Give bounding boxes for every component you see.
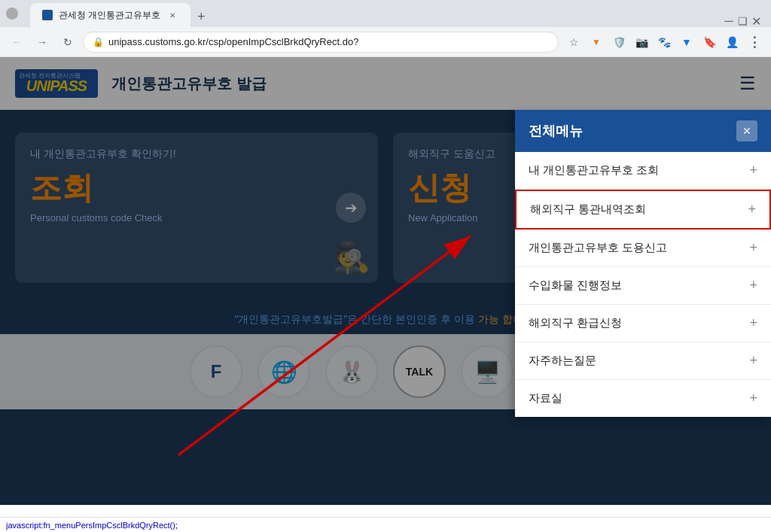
- menu-item-5-label: 자주하는질문: [529, 354, 596, 368]
- menu-item-1-label: 해외직구 통관내역조회: [530, 202, 646, 217]
- menu-item-2-label: 개인통관고유부호 도용신고: [529, 241, 667, 255]
- close-icon: ✕: [742, 125, 751, 137]
- toolbar-icons: ☆ ▼ 🛡️ 📷 🐾 ▼ 🔖 👤 ⋮: [563, 32, 765, 53]
- menu-item-6[interactable]: 자료실 +: [515, 380, 771, 417]
- menu-item-4[interactable]: 해외직구 환급신청 +: [515, 305, 771, 342]
- tab-label: 관세청 개인통관고유부호: [59, 9, 160, 22]
- website-area: 관세청 전자통관시스템 UNIPASS 개인통관고유부호 발급 ☰ 내 개인통관…: [0, 57, 771, 505]
- menu-item-0-plus: +: [749, 163, 757, 178]
- menu-item-5-plus: +: [749, 353, 757, 369]
- status-text: javascript:fn_menuPersImpCsclBrkdQryRect…: [6, 521, 178, 530]
- ext5-button[interactable]: ▼: [676, 32, 697, 53]
- close-button[interactable]: ✕: [750, 15, 762, 27]
- tab-close-button[interactable]: ✕: [166, 9, 178, 21]
- menu-item-6-label: 자료실: [529, 391, 562, 406]
- minimize-button[interactable]: ─: [723, 15, 735, 27]
- browser-title-bar: 관세청 개인통관고유부호 ✕ + ─ ❑ ✕: [0, 0, 771, 27]
- ext7-button[interactable]: 👤: [721, 32, 742, 53]
- ext1-button[interactable]: ▼: [586, 32, 607, 53]
- minimize-icon[interactable]: [6, 8, 18, 20]
- address-bar: ← → ↻ 🔒 unipass.customs.go.kr/csp/openIm…: [0, 27, 771, 57]
- menu-item-4-label: 해외직구 환급신청: [529, 316, 622, 330]
- menu-item-0[interactable]: 내 개인통관고유부호 조회 +: [515, 152, 771, 190]
- menu-item-0-label: 내 개인통관고유부호 조회: [529, 163, 659, 178]
- menu-item-3[interactable]: 수입화물 진행정보 +: [515, 267, 771, 305]
- maximize-button[interactable]: ❑: [736, 15, 748, 27]
- menu-item-6-plus: +: [749, 391, 757, 406]
- tab-favicon: [42, 10, 53, 20]
- menu-item-3-label: 수입화물 진행정보: [529, 278, 622, 293]
- menu-item-3-plus: +: [749, 278, 757, 293]
- url-text: unipass.customs.go.kr/csp/openImpCsclBrk…: [108, 36, 549, 47]
- menu-item-4-plus: +: [749, 315, 757, 331]
- menu-panel: 전체메뉴 ✕ 내 개인통관고유부호 조회 + 해외직구 통관내역조회 + 개인통…: [515, 110, 771, 417]
- url-bar[interactable]: 🔒 unipass.customs.go.kr/csp/openImpCsclB…: [83, 32, 559, 53]
- browser-menu-button[interactable]: ⋮: [744, 32, 765, 53]
- ext3-button[interactable]: 📷: [631, 32, 652, 53]
- ext4-button[interactable]: 🐾: [654, 32, 675, 53]
- status-bar: javascript:fn_menuPersImpCsclBrkdQryRect…: [0, 517, 771, 532]
- menu-title: 전체메뉴: [529, 122, 583, 140]
- refresh-button[interactable]: ↻: [57, 32, 78, 53]
- window-controls-right: ─ ❑ ✕: [723, 15, 762, 27]
- bookmark-button[interactable]: ☆: [563, 32, 584, 53]
- menu-item-2[interactable]: 개인통관고유부호 도용신고 +: [515, 230, 771, 267]
- menu-header: 전체메뉴 ✕: [515, 110, 771, 152]
- back-button[interactable]: ←: [6, 32, 27, 53]
- new-tab-button[interactable]: +: [190, 6, 212, 27]
- menu-item-5[interactable]: 자주하는질문 +: [515, 342, 771, 380]
- tab-bar: 관세청 개인통관고유부호 ✕ + ─ ❑ ✕: [27, 0, 765, 27]
- lock-icon: 🔒: [93, 37, 104, 47]
- forward-button[interactable]: →: [32, 32, 53, 53]
- active-tab[interactable]: 관세청 개인통관고유부호 ✕: [30, 3, 190, 27]
- menu-item-2-plus: +: [749, 240, 757, 256]
- menu-close-button[interactable]: ✕: [736, 120, 757, 141]
- ext6-button[interactable]: 🔖: [699, 32, 720, 53]
- menu-item-1[interactable]: 해외직구 통관내역조회 +: [515, 190, 771, 230]
- window-controls: [6, 8, 18, 20]
- menu-item-1-plus: +: [748, 202, 756, 217]
- ext2-button[interactable]: 🛡️: [608, 32, 629, 53]
